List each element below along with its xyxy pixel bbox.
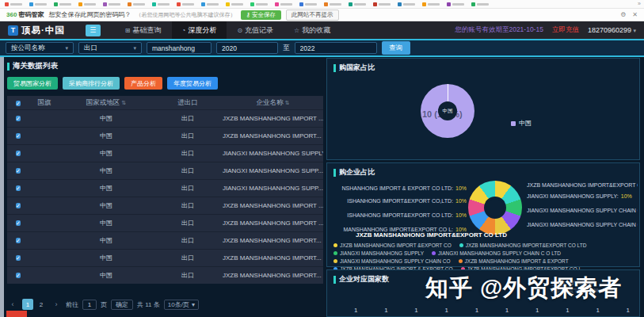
select-all-checkbox[interactable]: ✓ (16, 101, 21, 106)
country-legend[interactable]: 中国 (511, 119, 532, 128)
column-flag[interactable]: 国旗 (29, 98, 59, 108)
save-password-button[interactable]: ⚷ 安全保存 (241, 10, 282, 20)
legend-item[interactable]: JXZB MANSHANHONG IMPORT&EXPORT CO LTD (459, 243, 587, 248)
keyword-input[interactable] (147, 42, 211, 54)
bookmark-item[interactable] (471, 2, 489, 6)
table-row[interactable]: ✓ 中国 出口 JIANGXI MANSHANHONG SUPP... (7, 162, 323, 179)
row-company[interactable]: JXZB MANSHANHONG IMPORT ... (223, 220, 323, 227)
year-from-input[interactable] (216, 42, 278, 54)
country-donut[interactable]: 10 (100%) 中国 (421, 84, 474, 138)
bookmark-item[interactable] (299, 2, 317, 6)
row-company[interactable]: JIANGXI MANSHANHONG SUPP... (223, 167, 323, 174)
bookmark-item[interactable] (201, 2, 219, 6)
row-checkbox[interactable]: ✓ (16, 168, 21, 174)
bookmark-item[interactable] (275, 2, 292, 6)
page-number[interactable]: 1 (22, 299, 33, 310)
row-checkbox[interactable]: ✓ (16, 238, 21, 243)
row-company[interactable]: JIANGXI MANSHANHONG SUPP... (223, 185, 323, 192)
row-checkbox[interactable]: ✓ (16, 273, 21, 278)
table-row[interactable]: ✓ 中国 出口 JIANGXI MANSHANHONG SUPPLY (7, 144, 323, 162)
menu-item[interactable]: ◔ 深度分析 (172, 21, 227, 39)
bookmark-item[interactable] (422, 2, 440, 6)
bookmark-item[interactable] (177, 2, 194, 6)
row-company[interactable]: JXZB MANSHANHONG IMPORT... (223, 254, 323, 262)
goto-page-input[interactable] (82, 300, 97, 310)
menu-item-label: 我的收藏 (302, 25, 330, 36)
row-company[interactable]: JXZB MANSHANHONG IMPORT ... (223, 202, 323, 209)
row-checkbox[interactable]: ✓ (16, 185, 21, 191)
query-button[interactable]: 查询 (382, 41, 410, 55)
table-row[interactable]: ✓ 中国 出口 JIANGXI MANSHANHONG SUPP... (7, 179, 323, 197)
dismiss-site-button[interactable]: 此网站不再提示 (286, 10, 339, 21)
left-scrollbar[interactable] (0, 57, 4, 317)
bookmark-item[interactable] (226, 2, 243, 6)
bookmark-label (256, 3, 268, 6)
recharge-link[interactable]: 立即充值 (552, 25, 579, 35)
table-row[interactable]: ✓ 中国 出口 JXZB MANSHANHONG IMPORT... (7, 266, 323, 284)
gear-icon[interactable]: ⚙ (620, 11, 626, 18)
bookmark-item[interactable] (349, 2, 366, 6)
trade-type-select[interactable]: 出口 ▾ (78, 42, 142, 54)
bookmark-item[interactable] (447, 2, 464, 6)
page-size-select[interactable]: 10条/页 ▾ (164, 300, 199, 310)
menu-item[interactable]: ⊙ 充值记录 (227, 21, 284, 39)
row-checkbox[interactable]: ✓ (16, 133, 21, 139)
prev-page-icon[interactable]: ‹ (7, 299, 18, 310)
row-company[interactable]: JXZB MANSHANHONG IMPORT... (223, 237, 323, 244)
column-company[interactable]: 企业名称⇅ (223, 98, 323, 108)
row-company[interactable]: JXZB MANSHANHONG IMPORT... (223, 132, 323, 139)
analysis-button[interactable]: 产品分析 (124, 77, 162, 90)
row-company[interactable]: JXZB MANSHANHONG IMPORT... (223, 272, 323, 279)
legend-item[interactable]: JIANGXI MANSHANHONG SUPPLY CHAIN CO (333, 258, 451, 264)
analysis-button[interactable]: 采购商排行分析 (63, 77, 120, 90)
bookmark-item[interactable] (103, 2, 120, 6)
bookmark-item[interactable] (152, 2, 170, 6)
bookmark-item[interactable] (29, 2, 47, 6)
next-page-icon[interactable]: › (51, 299, 62, 310)
goto-confirm-button[interactable]: 确定 (111, 300, 133, 310)
column-trade[interactable]: 进出口 (153, 98, 223, 108)
password-save-hint: （若您使用网吧等公共电脑不建议保存） (136, 11, 236, 19)
table-row[interactable]: ✓ 中国 出口 JXZB MANSHANHONG IMPORT... (7, 249, 323, 266)
legend-item-label: JIANGXI MANSHANHONG SUPPLY CHAIN C O LTD (438, 250, 561, 256)
close-icon[interactable]: ✕ (632, 11, 638, 18)
bookmark-item[interactable] (54, 2, 71, 6)
bookmark-item[interactable] (128, 2, 145, 6)
account-phone[interactable]: 18270960299 ▾ (588, 26, 636, 34)
menu-item[interactable]: ☆ 我的收藏 (284, 21, 341, 39)
search-field-select[interactable]: 按公司名称 ▾ (6, 42, 74, 54)
row-checkbox[interactable]: ✓ (16, 220, 21, 226)
row-company[interactable]: JIANGXI MANSHANHONG SUPPLY (223, 150, 323, 157)
table-row[interactable]: ✓ 中国 出口 JXZB MANSHANHONG IMPORT... (7, 127, 323, 144)
page-number[interactable]: 2 (36, 299, 47, 310)
legend-item[interactable]: JIANGXI MANSHANHONG SUPPLY CHAIN C O LTD (432, 250, 561, 256)
bookmark-item[interactable] (78, 2, 96, 6)
row-checkbox[interactable]: ✓ (16, 255, 21, 261)
legend-item[interactable]: JIANGXI MANSHANHONG SUPPLY (333, 250, 424, 256)
row-checkbox[interactable]: ✓ (16, 116, 21, 121)
table-row[interactable]: ✓ 中国 出口 JXZB MANSHANHONG IMPORT... (7, 231, 323, 249)
menu-item[interactable]: ⊞ 基础查询 (115, 21, 172, 39)
column-country[interactable]: 国家或地区⇅ (59, 98, 153, 108)
hamburger-menu-icon[interactable]: ☰ (86, 25, 101, 36)
bookmark-item[interactable] (5, 2, 22, 6)
row-company[interactable]: JXZB MANSHANHONG IMPORT ... (223, 115, 323, 122)
year-to-input[interactable] (295, 42, 377, 54)
menu-item-label: 深度分析 (188, 25, 216, 36)
bookmark-item[interactable] (324, 2, 341, 6)
bookmarks-overflow-icon[interactable]: » (638, 1, 641, 6)
bookmark-item[interactable] (398, 2, 415, 6)
legend-item[interactable]: JXZB MANSHANHONG IMPORT &EXPORT CO (333, 243, 452, 248)
legend-item[interactable]: JXZB MANSHANHONG IMPORT & EXPORT (459, 258, 569, 264)
bookmark-item[interactable] (250, 2, 268, 6)
table-row[interactable]: ✓ 中国 出口 JXZB MANSHANHONG IMPORT ... (7, 214, 323, 231)
company-pie[interactable] (468, 181, 522, 235)
row-checkbox[interactable]: ✓ (16, 151, 21, 156)
table-row[interactable]: ✓ 中国 出口 JXZB MANSHANHONG IMPORT ... (7, 197, 323, 214)
analysis-button[interactable]: 贸易国家分析 (7, 77, 58, 90)
app-logo[interactable]: T 顶易·中国 (8, 25, 65, 36)
row-checkbox[interactable]: ✓ (16, 203, 21, 208)
bookmark-item[interactable] (373, 2, 391, 6)
analysis-button[interactable]: 年度贸易分析 (167, 77, 218, 90)
table-row[interactable]: ✓ 中国 出口 JXZB MANSHANHONG IMPORT ... (7, 109, 323, 127)
